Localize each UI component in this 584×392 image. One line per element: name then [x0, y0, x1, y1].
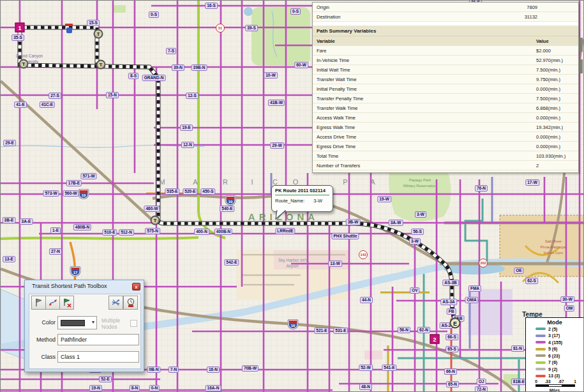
- destination-flag-clear-icon: [62, 298, 72, 308]
- scale-tick: 1: [574, 379, 576, 384]
- summary-row: Number of Transfers 2: [313, 161, 578, 170]
- legend-swatch: [535, 361, 546, 364]
- color-label: Color: [30, 319, 56, 326]
- legend-swatch: [535, 335, 546, 337]
- scale-unit: Miles: [526, 388, 583, 392]
- summary-row: Transfer Walk Time 6.868(min.): [313, 103, 578, 113]
- legend-swatch: [535, 354, 546, 357]
- summary-row: Egress Walk Time 19.342(min.): [313, 123, 578, 132]
- summary-row: Fare $2.000: [313, 46, 578, 56]
- legend-swatch: [535, 348, 546, 351]
- scale-bar: 0.33.671 Miles: [526, 379, 583, 392]
- multiple-nodes-checkbox[interactable]: [130, 320, 137, 327]
- legend-swatch: [535, 375, 546, 377]
- class-label: Class: [30, 354, 56, 360]
- chevron-down-icon: ▾: [92, 319, 94, 325]
- summary-row: Access Drive Time 0.000(min.): [313, 132, 578, 142]
- legend-title: Mode: [526, 319, 583, 326]
- tooltip-field-value: 3-W: [313, 198, 322, 204]
- origin-value: 7809: [527, 3, 537, 12]
- destination-flag-clear-button[interactable]: [59, 296, 74, 310]
- scale-bar-segments: [535, 384, 575, 387]
- color-swatch: [61, 320, 85, 326]
- tooltip-title: PK Route 2011 032114: [275, 188, 329, 193]
- legend-swatch: [535, 341, 546, 343]
- scale-tick: .67: [558, 379, 564, 384]
- tooltip-field-label: Route_Name:: [275, 198, 304, 204]
- method-field[interactable]: Pathfinder: [57, 334, 139, 345]
- mode-legend: Mode 2 (5) 3 (17) 4 (155): [525, 317, 584, 392]
- transit-gis-application: ARIZONAMARICOPAGrand CanyonUniversitySky…: [0, 0, 584, 392]
- legend-item: 2 (5): [526, 326, 583, 333]
- origin-flag-icon: [34, 298, 44, 308]
- legend-item: 13 (3): [526, 373, 583, 380]
- class-field[interactable]: Class 1: [57, 351, 139, 363]
- legend-swatch: [535, 368, 546, 370]
- summary-row: In-Vehicle Time 52.970(min.): [313, 56, 578, 65]
- indian-community-area: [500, 215, 584, 276]
- legend-item: 4 (155): [526, 339, 583, 346]
- route-tooltip: PK Route 2011 032114 Route_Name: 3-W: [271, 185, 333, 212]
- schedule-clock-icon: [126, 298, 136, 308]
- tooltip-divider: [275, 195, 329, 195]
- color-dropdown[interactable]: ▾: [57, 316, 97, 329]
- summary-row: Access Walk Time 0.000(min.): [313, 113, 578, 123]
- summary-rows: Fare $2.000 In-Vehicle Time 52.970(min.)…: [313, 46, 578, 170]
- summary-row: Transfer Penalty Time 7.500(min.): [313, 94, 578, 103]
- bus-stop-box: [66, 27, 72, 33]
- tooltip-tail: [275, 210, 288, 220]
- column-header-row: Variable Value: [313, 36, 578, 46]
- legend-item: 5 (6): [526, 346, 583, 353]
- bus-stop-bar: [65, 24, 73, 26]
- scale-tick: .33: [544, 379, 550, 384]
- legend-item: 6 (23): [526, 352, 583, 359]
- panel-gap: [313, 22, 578, 26]
- origin-row: Origin 7809: [313, 3, 578, 12]
- origin-flag-button[interactable]: [31, 296, 46, 310]
- schedule-clock-button[interactable]: [123, 296, 138, 310]
- network-options-icon: [111, 298, 121, 308]
- section-title: Path Summary Variables: [313, 26, 578, 36]
- method-label: Method: [30, 336, 56, 343]
- legend-items: 2 (5) 3 (17) 4 (155) 5 (6): [526, 326, 583, 379]
- dialog-title-bar[interactable]: Transit Shortest Path Toolbox: [25, 280, 144, 292]
- close-icon[interactable]: x: [132, 283, 140, 290]
- summary-row: Initial Penalty Time 0.000(min.): [313, 84, 578, 94]
- path-summary-panel: Origin 7809 Destination 31132 Path Summa…: [312, 2, 579, 173]
- legend-item: 3 (17): [526, 333, 583, 340]
- summary-row: Transfer Wait Time 9.750(min.): [313, 75, 578, 84]
- network-options-button[interactable]: [109, 296, 123, 310]
- summary-row: Total Time 103.930(min.): [313, 151, 578, 161]
- legend-item: 7 (6): [526, 359, 583, 366]
- summary-row: Initial Wait Time 7.500(min.): [313, 65, 578, 75]
- multiple-nodes-label: Multiple Nodes: [101, 317, 127, 330]
- reroute-path-button[interactable]: [45, 296, 60, 310]
- legend-item: 9 (2): [526, 366, 583, 373]
- transit-toolbox-dialog: Transit Shortest Path Toolbox x: [24, 280, 144, 372]
- legend-swatch: [535, 328, 546, 330]
- reroute-path-icon: [48, 298, 58, 308]
- bus-stop-icon: [65, 24, 73, 33]
- scale-tick: 0: [535, 379, 537, 384]
- destination-row: Destination 31132: [313, 12, 578, 22]
- summary-row: Egress Drive Time 0.000(min.): [313, 142, 578, 151]
- destination-value: 31132: [525, 12, 537, 22]
